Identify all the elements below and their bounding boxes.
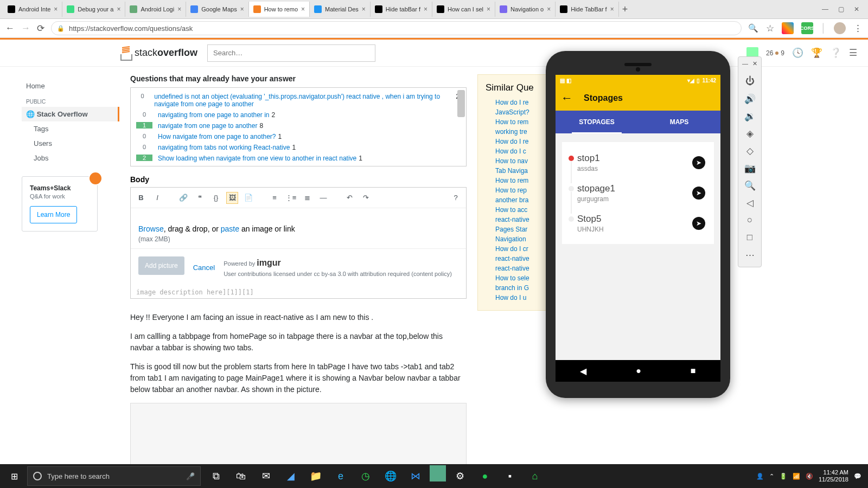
settings-icon[interactable]: ⚙ <box>449 465 471 487</box>
emu-close-icon[interactable]: ✕ <box>752 60 757 67</box>
browser-tab[interactable]: Hide tabBar f× <box>371 2 432 17</box>
hr-icon[interactable]: — <box>317 192 329 204</box>
paste-link[interactable]: paste <box>221 224 239 233</box>
back-arrow-icon[interactable]: ← <box>561 91 573 105</box>
navigate-icon[interactable]: ➤ <box>692 156 705 169</box>
terminal-icon[interactable]: ▪ <box>499 465 521 487</box>
browser-tab[interactable]: Material Des× <box>310 2 371 17</box>
inbox-icon[interactable]: 🕓 <box>792 47 803 59</box>
menu-icon[interactable]: ⋮ <box>853 23 863 34</box>
browser-tab[interactable]: Google Maps× <box>186 2 248 17</box>
forward-icon[interactable]: → <box>21 23 30 34</box>
emulator-tool-icon[interactable]: ○ <box>741 211 758 229</box>
edge-icon[interactable]: e <box>330 465 352 487</box>
volume-tray-icon[interactable]: 🔇 <box>806 473 813 480</box>
image-dropzone[interactable]: Browse, drag & drop, or paste an image o… <box>131 208 466 248</box>
add-picture-button[interactable]: Add picture <box>138 256 184 275</box>
nav-stackoverflow[interactable]: 🌐 Stack Overflow <box>22 107 119 121</box>
browser-tab[interactable]: Debug your a× <box>62 2 125 17</box>
ulist-icon[interactable]: ⋮≡ <box>285 192 297 204</box>
code-icon[interactable]: {} <box>210 192 222 204</box>
close-button[interactable]: ✕ <box>854 5 859 13</box>
maximize-button[interactable]: ▢ <box>838 5 844 13</box>
store-icon[interactable]: 🛍 <box>230 465 252 487</box>
android-back-icon[interactable]: ◀ <box>580 366 586 376</box>
suggestion-row[interactable]: 0undefined is not an object (evaluating … <box>131 91 459 110</box>
image-icon[interactable]: 🖼 <box>226 192 238 204</box>
reputation[interactable]: 26 9 <box>766 49 784 57</box>
stop-item[interactable]: Stop5UHNJKH➤ <box>569 208 707 239</box>
emulator-tool-icon[interactable]: 🔉 <box>741 107 758 125</box>
help-icon[interactable]: ❔ <box>830 47 841 59</box>
star-icon[interactable]: ☆ <box>766 23 774 34</box>
browser-tab[interactable]: How to remo× <box>249 2 310 17</box>
emulator-tool-icon[interactable]: ⏻ <box>741 73 758 90</box>
scrollbar[interactable] <box>457 90 465 117</box>
extension-icon[interactable] <box>782 22 794 34</box>
suggestion-row[interactable]: 0navigating from one page to another in2 <box>131 110 459 120</box>
vscode-icon[interactable]: ⋈ <box>405 465 426 487</box>
avd-icon[interactable]: ⌂ <box>524 465 546 487</box>
android-recent-icon[interactable]: ■ <box>691 366 696 376</box>
browser-tab[interactable]: Hide TabBar f× <box>556 2 618 17</box>
app-icon-3[interactable]: ● <box>474 465 496 487</box>
tray-chevron-icon[interactable]: ⌃ <box>769 473 774 480</box>
emulator-tool-icon[interactable]: ◇ <box>741 142 758 159</box>
link-icon[interactable]: 🔗 <box>177 192 189 204</box>
emulator-tool-icon[interactable]: 🔊 <box>741 90 758 107</box>
taskbar-search[interactable]: Type here to search 🎤 <box>27 466 201 486</box>
italic-icon[interactable]: I <box>151 192 163 204</box>
heading-icon[interactable]: ≣ <box>301 192 313 204</box>
quote-icon[interactable]: ❝ <box>194 192 206 204</box>
mail-icon[interactable]: ✉ <box>255 465 277 487</box>
people-icon[interactable]: 👤 <box>756 473 764 480</box>
tab-stopages[interactable]: STOPAGES <box>556 111 638 133</box>
snippet-icon[interactable]: 📄 <box>242 192 254 204</box>
cors-extension-icon[interactable]: CORS <box>801 22 813 34</box>
zoom-icon[interactable]: 🔍 <box>748 23 758 33</box>
explorer-icon[interactable]: 📁 <box>305 465 327 487</box>
stops-list[interactable]: stop1assdas➤stopage1gurgugram➤Stop5UHNJK… <box>556 133 720 382</box>
url-field[interactable]: 🔒 https://stackoverflow.com/questions/as… <box>51 21 742 35</box>
navigate-icon[interactable]: ➤ <box>692 187 705 200</box>
clock[interactable]: 11:42 AM 11/25/2018 <box>819 469 848 483</box>
chrome-icon[interactable]: 🌐 <box>380 465 401 487</box>
achievements-icon[interactable]: 🏆 <box>811 47 822 59</box>
new-tab-button[interactable]: + <box>622 4 628 15</box>
emulator-tool-icon[interactable]: □ <box>741 229 758 246</box>
stackexchange-icon[interactable]: ☰ <box>849 47 857 59</box>
minimize-button[interactable]: — <box>822 5 828 13</box>
browser-tab[interactable]: How can I sel× <box>432 2 495 17</box>
nav-users[interactable]: Users <box>22 136 119 151</box>
battery-tray-icon[interactable]: 🔋 <box>780 473 787 480</box>
back-icon[interactable]: ← <box>5 23 15 34</box>
app-icon[interactable]: ◢ <box>280 465 302 487</box>
nav-home[interactable]: Home <box>22 79 119 93</box>
stop-item[interactable]: stop1assdas➤ <box>569 147 707 178</box>
bold-icon[interactable]: B <box>135 192 147 204</box>
nav-tags[interactable]: Tags <box>22 121 119 136</box>
navigate-icon[interactable]: ➤ <box>692 217 705 230</box>
android-home-icon[interactable]: ● <box>636 366 641 376</box>
browser-tab[interactable]: Android Inte× <box>3 2 62 17</box>
notifications-icon[interactable]: 💬 <box>854 473 861 480</box>
tab-maps[interactable]: MAPS <box>638 111 720 133</box>
emulator-tool-icon[interactable]: ◈ <box>741 125 758 142</box>
taskview-icon[interactable]: ⧉ <box>205 465 227 487</box>
app-icon-2[interactable] <box>430 465 446 481</box>
cancel-button[interactable]: Cancel <box>193 264 215 272</box>
undo-icon[interactable]: ↶ <box>343 192 355 204</box>
toolbar-help-icon[interactable]: ? <box>450 192 462 204</box>
emulator-tool-icon[interactable]: ⋯ <box>741 246 758 264</box>
emulator-tool-icon[interactable]: ◁ <box>741 194 758 211</box>
androidstudio-icon[interactable]: ◷ <box>355 465 376 487</box>
start-button[interactable]: ⊞ <box>3 465 25 487</box>
stop-item[interactable]: stopage1gurgugram➤ <box>569 178 707 208</box>
learn-more-button[interactable]: Learn More <box>30 206 77 223</box>
search-input[interactable]: Search… <box>207 44 375 62</box>
emulator-tool-icon[interactable]: 📷 <box>741 159 758 177</box>
reload-icon[interactable]: ⟳ <box>37 23 44 34</box>
redo-icon[interactable]: ↷ <box>360 192 372 204</box>
olist-icon[interactable]: ≡ <box>269 192 280 204</box>
browse-link[interactable]: Browse <box>138 224 164 233</box>
